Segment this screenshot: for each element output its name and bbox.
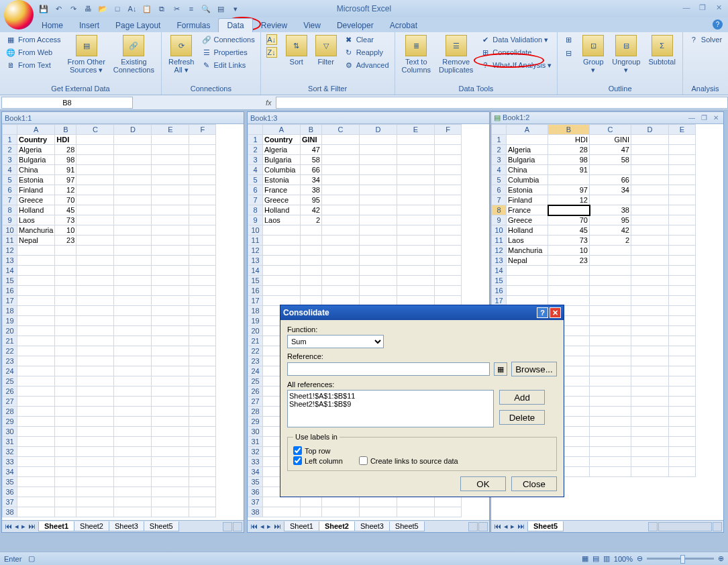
tab-home[interactable]: Home <box>34 19 71 32</box>
help-icon[interactable]: ? <box>713 19 723 30</box>
qat-sort-icon[interactable]: A↓ <box>126 3 138 15</box>
tab-nav-next-icon[interactable]: ▸ <box>20 522 27 531</box>
connections-button[interactable]: 🔗Connections <box>200 34 256 46</box>
close-button[interactable]: Close <box>511 476 557 491</box>
qat-cut-icon[interactable]: ✂ <box>170 3 183 15</box>
close-button[interactable]: ✕ <box>713 3 724 12</box>
qat-chart-icon[interactable]: ▤ <box>215 3 227 15</box>
minimize-child-button[interactable]: — <box>687 113 696 122</box>
sheet-tab-sheet2[interactable]: Sheet2 <box>319 521 355 531</box>
formula-input[interactable] <box>276 97 728 109</box>
left-column-checkbox[interactable] <box>293 456 302 465</box>
data-validation-button[interactable]: ✔Data Validation ▾ <box>478 34 553 46</box>
whatif-button[interactable]: ?What-If Analysis ▾ <box>478 59 553 71</box>
tab-page-layout[interactable]: Page Layout <box>107 19 168 32</box>
filter-button[interactable]: ▽Filter <box>313 34 340 67</box>
references-listbox[interactable]: Sheet1!$A$1:$B$11 Sheet2!$A$1:$B$9 <box>287 390 494 427</box>
qat-undo-icon[interactable]: ↶ <box>52 3 64 15</box>
office-button[interactable] <box>4 0 34 30</box>
sort-button[interactable]: ⇅Sort <box>283 34 310 67</box>
view-pagebreak-icon[interactable]: ▥ <box>603 554 610 563</box>
view-normal-icon[interactable]: ▦ <box>582 554 588 563</box>
browse-button[interactable]: Browse... <box>511 362 557 376</box>
name-box[interactable]: B8 <box>1 97 133 109</box>
hscroll-track[interactable] <box>658 522 712 531</box>
restore-button[interactable]: ❐ <box>697 3 708 12</box>
close-child-button[interactable]: ✕ <box>711 113 721 122</box>
window-title-3[interactable]: ▤ Book1:2 — ❐ ✕ <box>491 112 723 124</box>
remove-duplicates-button[interactable]: ☰Remove Duplicates <box>436 34 476 75</box>
hscroll-right-icon[interactable] <box>233 522 242 531</box>
consolidate-button[interactable]: ⊞Consolidate <box>478 46 553 58</box>
qat-save-icon[interactable]: 💾 <box>38 3 50 15</box>
tab-nav-next-icon[interactable]: ▸ <box>509 522 516 531</box>
ungroup-button[interactable]: ⊟Ungroup ▾ <box>609 34 643 76</box>
hscroll-left-icon[interactable] <box>648 522 658 531</box>
tab-nav-first-icon[interactable]: ⏮ <box>492 522 503 531</box>
advanced-button[interactable]: ⚙Advanced <box>342 59 391 71</box>
hide-detail-button[interactable]: ⊟ <box>562 47 577 59</box>
qat-print-icon[interactable]: 🖶 <box>82 3 94 15</box>
hscroll-left-icon[interactable] <box>223 522 232 531</box>
other-sources-button[interactable]: ▤From Other Sources ▾ <box>65 34 108 76</box>
tab-nav-prev-icon[interactable]: ◂ <box>259 522 266 531</box>
qat-new-icon[interactable]: □ <box>111 3 123 15</box>
qat-redo-icon[interactable]: ↷ <box>67 3 79 15</box>
tab-nav-last-icon[interactable]: ⏭ <box>272 522 282 531</box>
sheet-tab-sheet5[interactable]: Sheet5 <box>389 521 425 531</box>
zoom-in-button[interactable]: ⊕ <box>718 554 724 563</box>
tab-insert[interactable]: Insert <box>71 19 107 32</box>
edit-links-button[interactable]: ✎Edit Links <box>200 59 256 71</box>
qat-preview-icon[interactable]: 🔍 <box>200 3 212 15</box>
from-access-button[interactable]: ▦From Access <box>4 34 62 46</box>
tab-nav-last-icon[interactable]: ⏭ <box>27 522 37 531</box>
show-detail-button[interactable]: ⊞ <box>562 34 577 46</box>
sort-za-button[interactable]: Z↓ <box>265 46 280 58</box>
sheet-area-1[interactable]: ABCDEF1CountryHDI2Algeria283Bulgaria984C… <box>2 124 244 520</box>
tab-formulas[interactable]: Formulas <box>168 19 218 32</box>
zoom-level[interactable]: 100% <box>614 555 633 563</box>
tab-nav-prev-icon[interactable]: ◂ <box>503 522 509 531</box>
qat-more-icon[interactable]: ▾ <box>229 3 242 15</box>
dialog-titlebar[interactable]: Consolidate ? ✕ <box>280 305 564 320</box>
tab-developer[interactable]: Developer <box>329 19 382 32</box>
sheet-tab-sheet5[interactable]: Sheet5 <box>527 521 564 531</box>
add-button[interactable]: Add <box>499 390 545 405</box>
from-text-button[interactable]: 🗎From Text <box>4 59 62 71</box>
tab-nav-prev-icon[interactable]: ◂ <box>13 522 20 531</box>
tab-nav-first-icon[interactable]: ⏮ <box>249 522 259 531</box>
tab-nav-last-icon[interactable]: ⏭ <box>516 522 526 531</box>
qat-open-icon[interactable]: 📂 <box>97 3 109 15</box>
qat-copy-icon[interactable]: ⧉ <box>156 3 168 15</box>
list-item[interactable]: Sheet2!$A$1:$B$9 <box>289 400 492 408</box>
fx-icon[interactable]: fx <box>266 99 272 107</box>
window-title-1[interactable]: Book1:1 <box>2 112 244 124</box>
refresh-all-button[interactable]: ⟳Refresh All ▾ <box>166 34 197 76</box>
zoom-out-button[interactable]: ⊖ <box>637 554 643 563</box>
macro-record-icon[interactable]: ▢ <box>28 554 35 563</box>
delete-button[interactable]: Delete <box>499 410 545 425</box>
sort-az-button[interactable]: A↓ <box>265 34 280 46</box>
view-layout-icon[interactable]: ▤ <box>592 554 599 563</box>
hscroll-right-icon[interactable] <box>713 522 722 531</box>
qat-paste-icon[interactable]: 📋 <box>141 3 153 15</box>
dialog-help-button[interactable]: ? <box>537 307 548 318</box>
subtotal-button[interactable]: ΣSubtotal <box>645 34 678 67</box>
dialog-close-button[interactable]: ✕ <box>550 307 561 318</box>
window-title-2[interactable]: Book1:3 <box>248 112 489 124</box>
create-links-checkbox[interactable] <box>359 456 368 465</box>
text-to-columns-button[interactable]: ≣Text to Columns <box>399 34 433 75</box>
hscroll-right-icon[interactable] <box>478 522 488 531</box>
tab-view[interactable]: View <box>295 19 329 32</box>
sheet-tab-sheet1[interactable]: Sheet1 <box>284 521 319 531</box>
solver-button[interactable]: ?Solver <box>687 34 723 46</box>
hscroll-left-icon[interactable] <box>468 522 478 531</box>
zoom-slider[interactable] <box>647 558 714 560</box>
sheet-tab-sheet3[interactable]: Sheet3 <box>354 521 390 531</box>
function-select[interactable]: Sum <box>287 335 384 348</box>
existing-connections-button[interactable]: 🔗Existing Connections <box>111 34 157 75</box>
tab-data[interactable]: Data <box>218 18 252 32</box>
reapply-button[interactable]: ↻Reapply <box>342 46 391 58</box>
qat-format-icon[interactable]: ≡ <box>185 3 197 15</box>
properties-button[interactable]: ☰Properties <box>200 46 256 58</box>
